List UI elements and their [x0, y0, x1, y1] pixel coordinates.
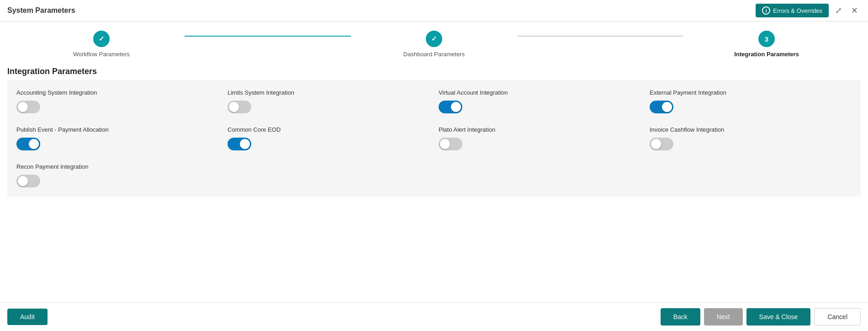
next-button[interactable]: Next: [704, 308, 743, 326]
toggle-common-core[interactable]: [228, 138, 251, 150]
params-panel: Accounting System Integration Limits Sys…: [7, 80, 861, 197]
audit-button[interactable]: Audit: [7, 309, 48, 325]
toggle-track-accounting: [16, 101, 40, 113]
footer-right: Back Next Save & Close Cancel: [661, 308, 861, 326]
errors-overrides-label: Errors & Overrides: [773, 7, 822, 14]
errors-overrides-button[interactable]: i Errors & Overrides: [756, 4, 829, 17]
step-label-integration: Integration Parameters: [734, 51, 799, 58]
param-plato-alert: Plato Alert Integration: [439, 126, 640, 150]
toggle-thumb-publish-event: [29, 139, 39, 149]
header-right: i Errors & Overrides ⤢ ✕: [756, 4, 861, 17]
toggle-thumb-external-payment: [662, 102, 672, 112]
close-button[interactable]: ✕: [848, 5, 861, 16]
toggle-publish-event[interactable]: [16, 138, 40, 150]
param-label-recon-payment: Recon Payment Integration: [16, 163, 218, 170]
param-label-invoice-cashflow: Invoice Cashflow Integration: [650, 126, 852, 133]
info-icon: i: [762, 6, 770, 15]
step-integration: 3 Integration Parameters: [683, 31, 850, 58]
footer-left: Audit: [7, 309, 48, 325]
expand-button[interactable]: ⤢: [832, 5, 845, 16]
toggle-thumb-recon-payment: [18, 176, 28, 186]
param-virtual-account: Virtual Account Integration: [439, 89, 640, 113]
toggle-track-limits: [228, 101, 251, 113]
toggle-track-common-core: [228, 138, 251, 150]
toggle-thumb-invoice-cashflow: [651, 139, 661, 149]
param-publish-event: Publish Event - Payment Allocation: [16, 126, 218, 150]
expand-icon: ⤢: [835, 6, 842, 15]
toggle-track-external-payment: [650, 101, 673, 113]
toggle-thumb-common-core: [240, 139, 250, 149]
toggle-external-payment[interactable]: [650, 101, 673, 113]
modal-footer: Audit Back Next Save & Close Cancel: [0, 302, 868, 331]
step-label-dashboard: Dashboard Parameters: [403, 51, 465, 58]
step-workflow: ✓ Workflow Parameters: [18, 31, 185, 58]
toggle-track-recon-payment: [16, 175, 40, 187]
back-button[interactable]: Back: [661, 308, 700, 326]
param-limits: Limits System Integration: [228, 89, 429, 113]
modal: System Parameters i Errors & Overrides ⤢…: [0, 0, 868, 331]
param-common-core: Common Core EOD: [228, 126, 429, 150]
toggle-virtual-account[interactable]: [439, 101, 462, 113]
param-label-publish-event: Publish Event - Payment Allocation: [16, 126, 218, 133]
modal-title: System Parameters: [7, 6, 75, 15]
param-label-common-core: Common Core EOD: [228, 126, 429, 133]
toggle-track-plato-alert: [439, 138, 462, 150]
toggle-track-publish-event: [16, 138, 40, 150]
step-line-1: [185, 36, 351, 37]
toggle-invoice-cashflow[interactable]: [650, 138, 673, 150]
toggle-thumb-accounting: [18, 102, 28, 112]
cancel-button[interactable]: Cancel: [814, 308, 861, 326]
stepper: ✓ Workflow Parameters ✓ Dashboard Parame…: [0, 21, 868, 62]
param-label-limits: Limits System Integration: [228, 89, 429, 96]
section-title: Integration Parameters: [0, 62, 868, 80]
step-dashboard: ✓ Dashboard Parameters: [351, 31, 517, 58]
param-label-plato-alert: Plato Alert Integration: [439, 126, 640, 133]
toggle-track-invoice-cashflow: [650, 138, 673, 150]
step-circle-dashboard: ✓: [426, 31, 442, 47]
toggle-thumb-limits: [229, 102, 239, 112]
step-line-2: [517, 36, 683, 37]
params-grid: Accounting System Integration Limits Sys…: [16, 89, 852, 187]
param-external-payment: External Payment Integration: [650, 89, 852, 113]
toggle-limits[interactable]: [228, 101, 251, 113]
toggle-accounting[interactable]: [16, 101, 40, 113]
toggle-recon-payment[interactable]: [16, 175, 40, 187]
step-label-workflow: Workflow Parameters: [73, 51, 130, 58]
step-circle-workflow: ✓: [93, 31, 110, 47]
toggle-thumb-plato-alert: [440, 139, 450, 149]
param-label-virtual-account: Virtual Account Integration: [439, 89, 640, 96]
step-container: ✓ Workflow Parameters ✓ Dashboard Parame…: [18, 31, 850, 58]
toggle-thumb-virtual-account: [451, 102, 461, 112]
close-icon: ✕: [851, 6, 858, 15]
param-accounting: Accounting System Integration: [16, 89, 218, 113]
param-label-accounting: Accounting System Integration: [16, 89, 218, 96]
param-invoice-cashflow: Invoice Cashflow Integration: [650, 126, 852, 150]
save-close-button[interactable]: Save & Close: [746, 308, 811, 326]
param-label-external-payment: External Payment Integration: [650, 89, 852, 96]
toggle-track-virtual-account: [439, 101, 462, 113]
modal-header: System Parameters i Errors & Overrides ⤢…: [0, 0, 868, 21]
step-circle-integration: 3: [758, 31, 775, 47]
toggle-plato-alert[interactable]: [439, 138, 462, 150]
param-recon-payment: Recon Payment Integration: [16, 163, 218, 187]
